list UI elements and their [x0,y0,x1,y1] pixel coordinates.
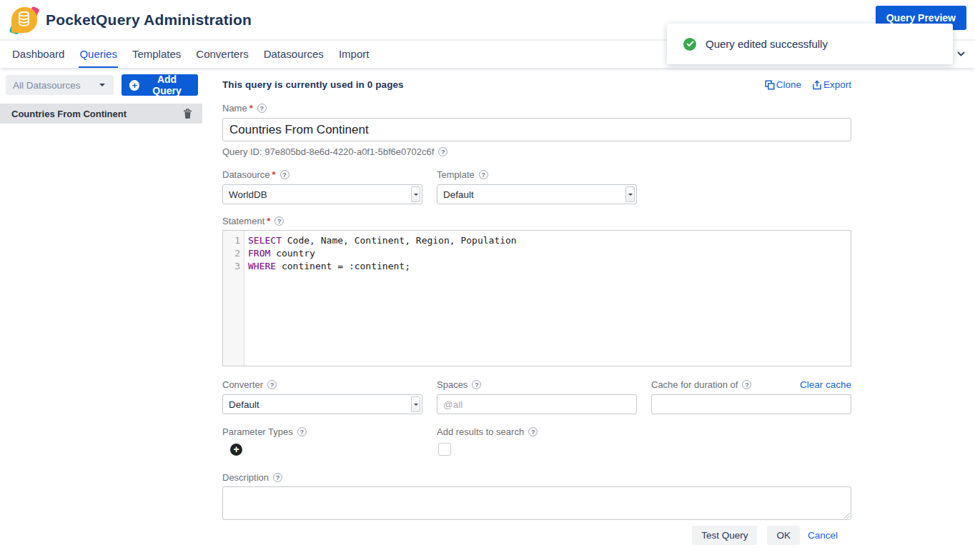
description-label: Description ? [222,472,851,483]
cache-label: Cache for duration of ? [651,379,751,390]
datasource-label: Datasource* ? [222,169,422,180]
add-parameter-button[interactable]: + [230,444,242,456]
query-id: Query ID: 97e805bd-8e6d-4220-a0f1-5bf6e0… [222,146,851,157]
converter-select[interactable]: Default [222,394,422,414]
statement-gutter: 123 [223,231,244,366]
cache-duration-input[interactable] [651,394,851,414]
chevron-down-icon[interactable] [956,49,966,59]
description-textarea[interactable] [222,486,851,520]
select-arrow-icon [411,186,420,202]
add-query-label: Add Query [144,74,190,96]
spaces-input[interactable] [437,394,637,414]
test-query-button[interactable]: Test Query [692,526,757,545]
tab-dashboard[interactable]: Dashboard [11,42,65,68]
query-list-item[interactable]: Countries From Continent [0,104,202,124]
tab-datasources[interactable]: Datasources [263,42,325,68]
clone-icon [765,80,775,90]
converter-value: Default [229,399,259,410]
query-item-name: Countries From Continent [11,109,183,119]
help-icon[interactable]: ? [438,147,447,156]
add-to-search-label: Add results to search ? [437,426,637,437]
ok-button[interactable]: OK [767,526,800,545]
help-icon[interactable]: ? [528,427,538,436]
converter-label: Converter ? [222,379,422,390]
datasource-value: WorldDB [229,189,267,200]
clone-link[interactable]: Clone [765,79,801,90]
template-value: Default [443,189,474,200]
spaces-label: Spaces ? [437,379,637,390]
query-edit-form: This query is currently used in 0 pages … [222,68,851,545]
help-icon[interactable]: ? [280,170,289,179]
help-icon[interactable]: ? [267,380,277,389]
page-title: PocketQuery Administration [46,11,252,29]
datasource-filter-value: All Datasources [13,80,81,91]
template-label: Template ? [437,169,637,180]
help-icon[interactable]: ? [479,170,488,179]
add-to-search-checkbox[interactable] [438,443,451,456]
help-icon[interactable]: ? [742,380,751,389]
delete-query-button[interactable] [183,109,192,119]
help-icon[interactable]: ? [273,473,282,482]
help-icon[interactable]: ? [274,216,284,226]
cancel-link[interactable]: Cancel [808,530,838,541]
datasource-filter-select[interactable]: All Datasources [6,75,114,95]
usage-info: This query is currently used in 0 pages [222,79,404,90]
export-link[interactable]: Export [812,79,851,90]
success-check-icon [683,38,696,51]
template-select[interactable]: Default [437,184,637,204]
name-input[interactable] [222,118,851,141]
help-icon[interactable]: ? [472,380,481,389]
add-query-button[interactable]: + Add Query [122,74,198,96]
trash-icon [183,109,192,119]
chevron-down-icon [99,84,105,89]
name-label: Name* ? [222,103,851,114]
sidebar-controls: All Datasources + Add Query [0,68,202,96]
plus-circle-icon: + [129,80,139,91]
select-arrow-icon [625,186,635,202]
help-icon[interactable]: ? [297,427,307,436]
tab-import[interactable]: Import [338,42,370,68]
tab-templates[interactable]: Templates [132,42,182,68]
nav-tabs: DashboardQueriesTemplatesConvertersDatas… [11,42,370,68]
tab-converters[interactable]: Converters [195,42,249,68]
statement-code: SELECT Code, Name, Continent, Region, Po… [244,231,851,366]
toast-notification: Query edited successfully [667,24,953,64]
help-icon[interactable]: ? [257,104,267,113]
tab-queries[interactable]: Queries [79,42,118,68]
toast-message: Query edited successfully [706,38,828,50]
select-arrow-icon [411,396,420,412]
pocketquery-logo-icon [10,6,39,34]
statement-editor[interactable]: 123 SELECT Code, Name, Continent, Region… [222,230,851,366]
query-sidebar: All Datasources + Add Query Countries Fr… [0,68,202,560]
export-icon [812,80,822,90]
statement-label: Statement* ? [222,216,851,226]
database-icon [18,11,30,26]
clear-cache-link[interactable]: Clear cache [800,379,851,390]
datasource-select[interactable]: WorldDB [222,184,422,204]
parameter-types-label: Parameter Types ? [222,426,422,437]
